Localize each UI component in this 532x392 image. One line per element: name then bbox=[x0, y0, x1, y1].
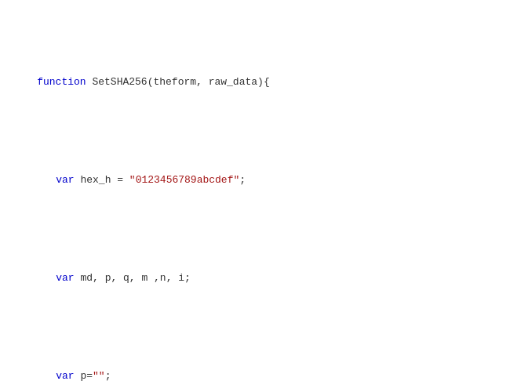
keyword-function: function bbox=[37, 76, 86, 88]
code-viewer: function SetSHA256(theform, raw_data){ v… bbox=[13, 9, 519, 392]
code-line-3: var md, p, q, m ,n, i; bbox=[13, 254, 519, 303]
code-line-4: var p=""; bbox=[13, 352, 519, 392]
code-line-1: function SetSHA256(theform, raw_data){ bbox=[13, 58, 519, 107]
code-line-2: var hex_h = "0123456789abcdef"; bbox=[13, 156, 519, 205]
